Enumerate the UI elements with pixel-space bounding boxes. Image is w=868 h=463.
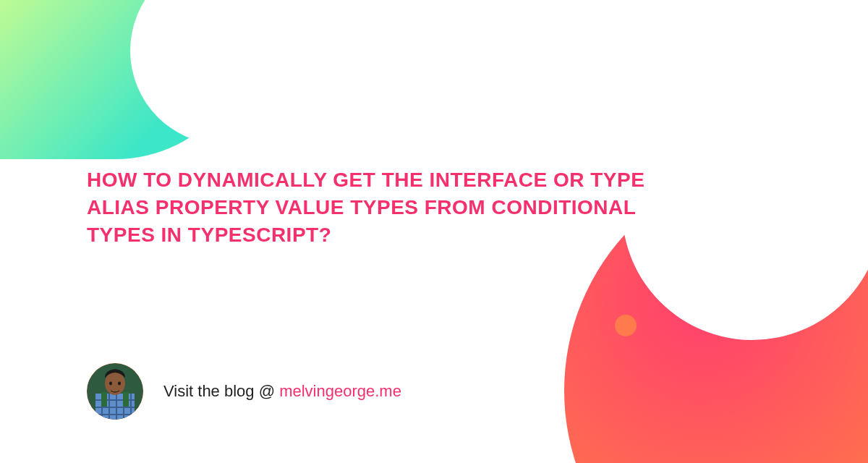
blog-link[interactable]: melvingeorge.me [279,382,401,400]
decorative-blob-top-left [0,0,275,159]
svg-rect-5 [123,392,129,407]
page-title: HOW TO DYNAMICALLY GET THE INTERFACE OR … [87,166,651,248]
svg-rect-4 [101,392,107,407]
footer-row: Visit the blog @ melvingeorge.me [87,363,401,420]
decorative-dot [615,315,637,336]
visit-prefix: Visit the blog @ [163,382,279,400]
visit-blog-line: Visit the blog @ melvingeorge.me [163,382,401,401]
svg-point-8 [118,382,121,386]
svg-point-7 [109,382,112,386]
main-content: HOW TO DYNAMICALLY GET THE INTERFACE OR … [87,166,651,248]
svg-point-6 [105,372,125,395]
author-avatar [87,363,143,420]
